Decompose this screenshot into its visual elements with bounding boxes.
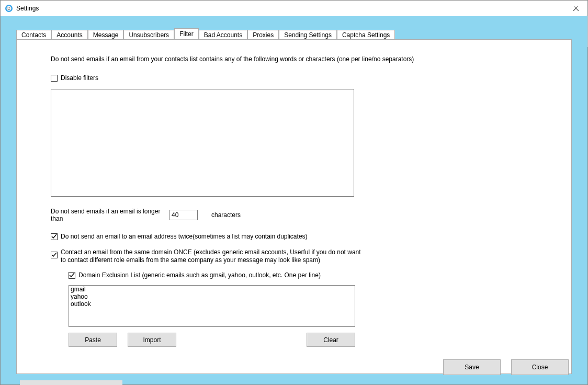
clear-button[interactable]: Clear bbox=[307, 333, 355, 347]
tab-accounts[interactable]: Accounts bbox=[51, 30, 87, 40]
close-button[interactable]: Close bbox=[511, 359, 569, 375]
settings-window: Settings Contacts Accounts Message Unsub… bbox=[0, 0, 588, 385]
horizontal-scrollbar-thumb[interactable] bbox=[20, 380, 122, 385]
tab-message[interactable]: Message bbox=[88, 30, 124, 40]
svg-point-3 bbox=[9, 7, 10, 8]
window-title: Settings bbox=[16, 5, 39, 12]
tab-proxies[interactable]: Proxies bbox=[247, 30, 279, 40]
domain-exclusion-label: Domain Exclusion List (generic emails su… bbox=[78, 271, 321, 279]
same-domain-once-checkbox[interactable] bbox=[51, 252, 58, 258]
footer-buttons: Save Close bbox=[443, 359, 569, 375]
email-length-label-prefix: Do not send emails if an email is longer… bbox=[51, 208, 169, 222]
svg-point-2 bbox=[7, 7, 8, 8]
no-duplicates-checkbox[interactable] bbox=[51, 233, 58, 240]
app-icon bbox=[5, 4, 13, 13]
tab-unsubscribers[interactable]: Unsubscribers bbox=[123, 30, 174, 40]
title-bar: Settings bbox=[1, 1, 587, 16]
window-close-button[interactable] bbox=[564, 1, 587, 16]
tab-contacts[interactable]: Contacts bbox=[16, 30, 51, 40]
disable-filters-label: Disable filters bbox=[61, 74, 98, 82]
email-length-label-suffix: characters bbox=[211, 211, 241, 219]
save-button[interactable]: Save bbox=[443, 359, 501, 375]
domain-exclusion-checkbox[interactable] bbox=[69, 272, 75, 279]
filter-panel: Do not send emails if an email from your… bbox=[16, 39, 572, 374]
no-duplicates-label: Do not send an email to an email address… bbox=[61, 233, 308, 240]
svg-point-1 bbox=[7, 6, 12, 11]
same-domain-once-label: Contact an email from the same domain ON… bbox=[61, 248, 364, 264]
close-icon bbox=[573, 6, 579, 11]
tab-sending-settings[interactable]: Sending Settings bbox=[279, 30, 337, 40]
email-length-input[interactable] bbox=[169, 210, 198, 220]
tab-bad-accounts[interactable]: Bad Accounts bbox=[199, 30, 247, 40]
tab-strip: Contacts Accounts Message Unsubscribers … bbox=[16, 29, 572, 39]
filter-words-textarea[interactable] bbox=[51, 89, 354, 197]
tab-captcha-settings[interactable]: Captcha Settings bbox=[337, 30, 395, 40]
client-area: Contacts Accounts Message Unsubscribers … bbox=[1, 16, 587, 384]
filter-instruction: Do not send emails if an email from your… bbox=[51, 55, 537, 63]
disable-filters-checkbox[interactable] bbox=[51, 75, 58, 82]
paste-button[interactable]: Paste bbox=[69, 333, 117, 347]
tab-container: Contacts Accounts Message Unsubscribers … bbox=[16, 29, 572, 374]
domain-exclusion-textarea[interactable] bbox=[69, 285, 355, 327]
import-button[interactable]: Import bbox=[128, 333, 176, 347]
tab-filter[interactable]: Filter bbox=[174, 28, 199, 39]
